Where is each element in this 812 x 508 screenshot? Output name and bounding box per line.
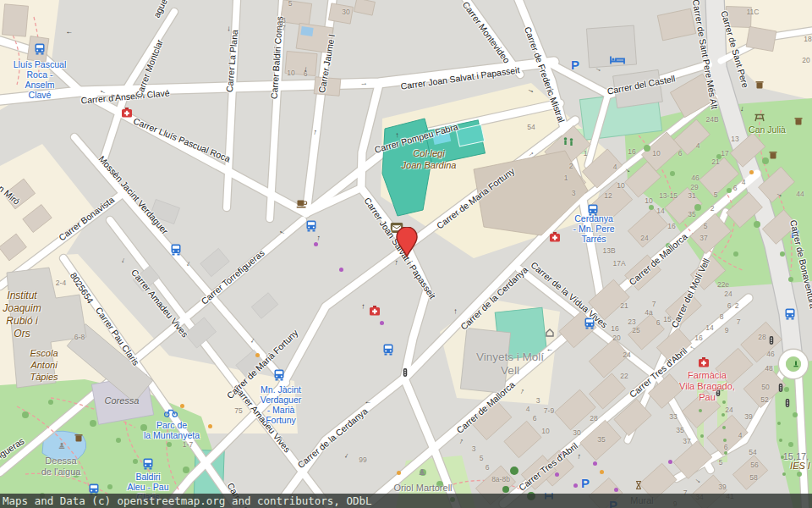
building [314,77,341,97]
building [613,69,663,108]
building [726,6,752,27]
building [2,4,28,36]
building [586,25,636,68]
building [280,0,311,25]
building [460,328,510,393]
building [27,36,49,63]
building [328,3,353,24]
map-canvas[interactable]: PPPP Carrer d'Anselm ClavéCarrer Montcla… [0,0,812,508]
map-marker-pin[interactable] [396,227,418,257]
attribution-bar: Maps and Data (c) openstreetmap.org and … [0,494,812,508]
building [746,26,776,51]
marker-pin-icon [396,227,418,257]
building [285,51,317,75]
roundabout [782,353,804,375]
